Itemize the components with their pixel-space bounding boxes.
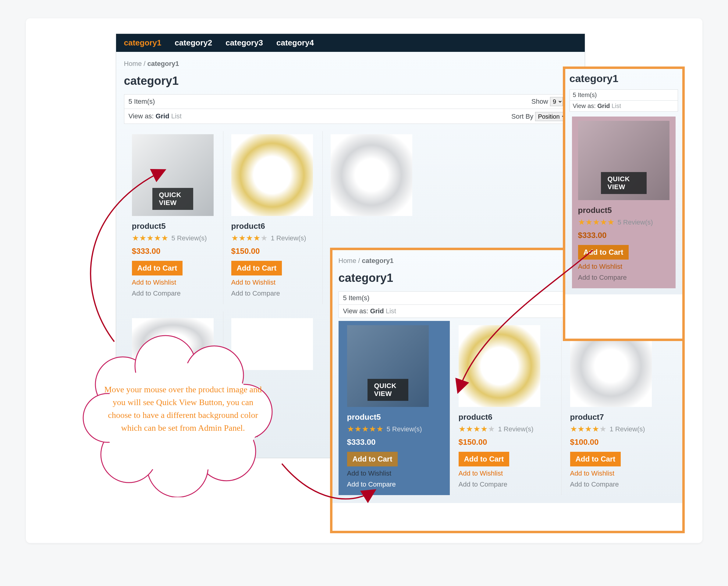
product-image[interactable]: QUICK VIEW [347,325,429,407]
add-to-cart-button[interactable]: Add to Cart [231,261,282,275]
quick-view-button[interactable]: QUICK VIEW [601,172,647,194]
add-to-compare-link[interactable]: Add to Compare [347,481,441,488]
view-grid[interactable]: Grid [597,102,610,109]
price: $333.00 [132,246,215,256]
show-select[interactable]: 9 [550,97,563,106]
add-to-cart-button[interactable]: Add to Cart [570,452,621,466]
price: $333.00 [578,230,670,240]
nav-category1[interactable]: category1 [124,38,161,48]
product-card-p5-hover-blue: QUICK VIEW product5 ★★★★★5 Review(s) $33… [339,321,450,495]
rating: ★★★★★1 Review(s) [570,424,665,434]
toolbar-view: View as: Grid List Sort By Position ↑ [124,109,577,124]
product-card-p5-hover-dim: QUICK VIEW product5 ★★★★★5 Review(s) $33… [572,117,676,288]
product-card-p7: product7 ★★★★★1 Review(s) $100.00 Add to… [562,321,673,495]
toolbar-count: 5 Item(s) [570,89,678,101]
price: $100.00 [570,437,665,447]
add-to-compare-link[interactable]: Add to Compare [132,290,215,297]
view-grid[interactable]: Grid [155,112,169,120]
annotation-text: Move your mouse over the product image a… [101,383,265,434]
rating: ★★★★★5 Review(s) [132,234,215,243]
product-image[interactable] [331,134,412,216]
price: $150.00 [231,246,314,256]
add-to-wishlist-link[interactable]: Add to Wishlist [578,263,670,271]
product-card-p6: product6 ★★★★★1 Review(s) $150.00 Add to… [224,131,323,304]
product-image[interactable]: QUICK VIEW [578,121,670,200]
nav-category4[interactable]: category4 [277,38,314,48]
rating: ★★★★★1 Review(s) [231,234,314,243]
toolbar-view: View as: Grid List [570,101,678,112]
screenshot-card: category1 category2 category3 category4 … [26,18,702,543]
product-name[interactable]: product6 [231,221,314,231]
add-to-wishlist-link[interactable]: Add to Wishlist [132,278,215,287]
view-list[interactable]: List [612,102,621,109]
product-grid: QUICK VIEW product5 ★★★★★5 Review(s) $33… [339,321,676,495]
item-count: 5 Item(s) [343,294,370,302]
nav-category3[interactable]: category3 [226,38,263,48]
rating: ★★★★★5 Review(s) [578,218,670,227]
view-list[interactable]: List [171,112,182,120]
price: $333.00 [347,437,441,447]
item-count: 5 Item(s) [573,92,597,99]
sort-select[interactable]: Position [535,112,566,121]
page-body: category1 5 Item(s) View as: Grid List Q… [565,69,682,294]
add-to-compare-link[interactable]: Add to Compare [570,481,665,488]
breadcrumb-current: category1 [148,60,179,67]
rating: ★★★★★1 Review(s) [459,424,553,434]
product-name[interactable]: product7 [570,412,665,422]
view-grid[interactable]: Grid [370,307,384,315]
add-to-cart-button[interactable]: Add to Cart [347,452,398,466]
product-card-p6: product6 ★★★★★1 Review(s) $150.00 Add to… [450,321,562,495]
page-title: category1 [124,74,577,88]
add-to-wishlist-link[interactable]: Add to Wishlist [347,469,441,478]
top-nav: category1 category2 category3 category4 [116,34,585,52]
product-name[interactable]: product5 [347,412,441,422]
price: $150.00 [459,437,553,447]
add-to-wishlist-link[interactable]: Add to Wishlist [459,469,553,478]
toolbar-count: 5 Item(s) Show 9 pe [124,94,577,109]
product-name[interactable]: product5 [578,205,670,215]
add-to-wishlist-link[interactable]: Add to Wishlist [570,469,665,478]
view-list[interactable]: List [386,307,396,315]
add-to-compare-link[interactable]: Add to Compare [231,290,314,297]
add-to-cart-button[interactable]: Add to Cart [459,452,510,466]
product-image[interactable] [459,325,540,407]
add-to-cart-button[interactable]: Add to Cart [578,245,629,260]
product-name[interactable]: product5 [132,221,215,231]
rating: ★★★★★5 Review(s) [347,424,441,434]
quick-view-button[interactable]: QUICK VIEW [152,188,193,210]
page-title: category1 [570,73,678,84]
callout-dim-hover: category1 5 Item(s) View as: Grid List Q… [563,67,685,341]
breadcrumb-home[interactable]: Home [124,60,142,67]
quick-view-button[interactable]: QUICK VIEW [367,379,408,401]
breadcrumb: Home / category1 [124,60,577,68]
add-to-wishlist-link[interactable]: Add to Wishlist [231,278,314,287]
product-image[interactable]: QUICK VIEW [132,134,214,216]
add-to-compare-link[interactable]: Add to Compare [578,274,670,282]
product-card-p5: QUICK VIEW product5 ★★★★★5 Review(s) $33… [124,131,224,304]
annotation-cloud: Move your mouse over the product image a… [74,333,287,497]
nav-category2[interactable]: category2 [175,38,212,48]
product-name[interactable]: product6 [459,412,553,422]
item-count: 5 Item(s) [129,98,155,105]
add-to-cart-button[interactable]: Add to Cart [132,261,183,275]
add-to-compare-link[interactable]: Add to Compare [459,481,553,488]
product-image[interactable] [231,134,313,216]
